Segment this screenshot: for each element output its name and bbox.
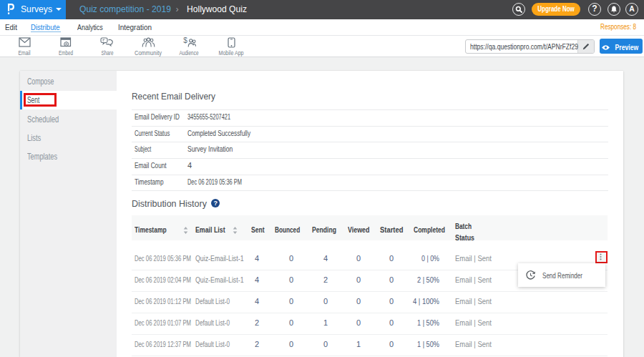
svg-text:$: $ <box>183 37 187 44</box>
